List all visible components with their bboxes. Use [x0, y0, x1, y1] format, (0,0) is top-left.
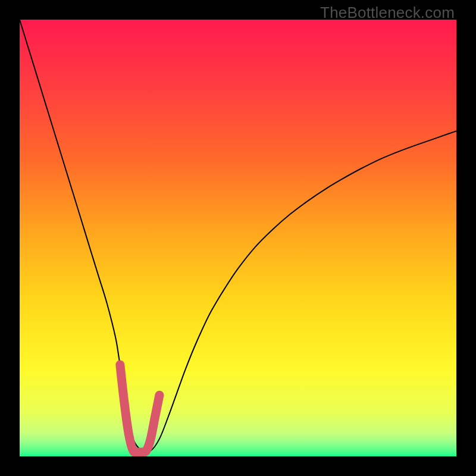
chart-frame: TheBottleneck.com — [0, 0, 476, 476]
plot-area — [20, 20, 456, 456]
gradient-background — [20, 20, 456, 456]
chart-svg — [20, 20, 456, 456]
